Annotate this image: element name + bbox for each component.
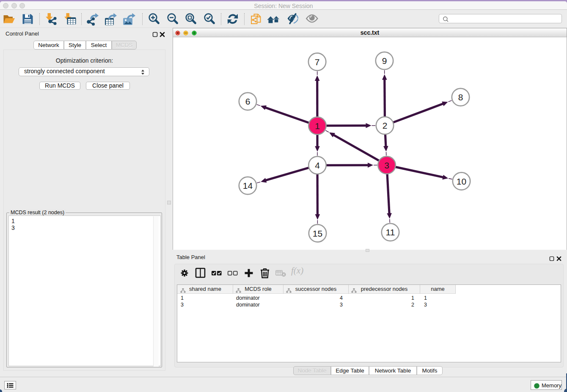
svg-text:9: 9 [382, 56, 387, 66]
svg-text:15: 15 [313, 229, 322, 238]
svg-text:2: 2 [383, 121, 388, 130]
svg-text:1: 1 [315, 121, 320, 131]
svg-text:4: 4 [315, 160, 320, 170]
svg-text:3: 3 [384, 160, 389, 170]
svg-text:7: 7 [315, 57, 320, 67]
svg-text:11: 11 [386, 227, 395, 237]
svg-text:10: 10 [457, 177, 466, 186]
svg-text:8: 8 [458, 92, 463, 102]
svg-text:14: 14 [243, 181, 253, 190]
svg-text:6: 6 [245, 97, 250, 106]
